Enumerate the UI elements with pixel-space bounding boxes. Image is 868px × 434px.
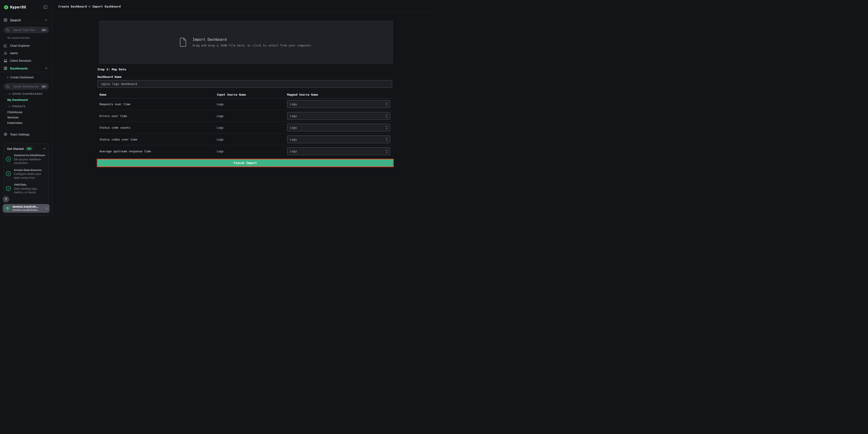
get-started-item[interactable]: Connect to ClickHouse Set up your databa… (6, 153, 48, 165)
mapped-source-select[interactable]: Logs (287, 124, 390, 131)
saved-dashboards-header: SAVED DASHBOARDS (12, 92, 42, 95)
get-started-item-desc: Set up your database connection (14, 158, 45, 165)
input-source-name: Logs (217, 114, 224, 118)
mapped-source-value: Logs (290, 137, 297, 141)
mapped-source-value: Logs (290, 102, 297, 106)
sidebar-item-alerts[interactable]: Alerts (0, 50, 53, 57)
map-data-table: Name Input Source Name Mapped Source Nam… (97, 92, 393, 157)
create-dashboard-label: Create Dashboard (10, 76, 33, 79)
mapped-source-value: Logs (290, 126, 297, 129)
get-started-item-title: Add Data (14, 183, 45, 187)
sidebar-item-dashboards[interactable]: Dashboards (0, 65, 53, 72)
no-saved-searches-note: No saved searches (7, 36, 30, 39)
input-source-name: Logs (217, 102, 224, 106)
mapped-source-select[interactable]: Logs (287, 147, 390, 155)
sidebar-item-kubernetes[interactable]: Kubernetes (7, 121, 23, 125)
table-row: Average upstream response time Logs Logs (97, 145, 393, 157)
saved-dashboards-search[interactable]: ⌘K (4, 83, 49, 90)
breadcrumb[interactable]: Create Dashboard > Import Dashboard (58, 5, 121, 8)
step-label: Step 2: Map Data (97, 68, 126, 71)
column-header-mapped-source: Mapped Source Name (287, 93, 318, 96)
user-menu[interactable]: D dominic.tran@clic... dominic.tran@clic… (3, 204, 50, 213)
table-row: Status codes over time Logs Logs (97, 134, 393, 146)
saved-dashboards-input[interactable] (13, 84, 40, 89)
get-started-item[interactable]: Add Data Start sending logs, metrics, or… (6, 183, 48, 194)
avatar-initial: D (7, 207, 9, 210)
get-started-item-title: Create Data Sources (14, 168, 45, 173)
divider (0, 24, 53, 24)
presets-header: PRESETS (12, 105, 25, 108)
sidebar-item-client-sessions[interactable]: Client Sessions (0, 57, 53, 64)
get-started-item[interactable]: Create Data Sources Configure where your… (6, 168, 48, 180)
sidebar-collapse-icon[interactable] (44, 5, 48, 9)
sidebar-item-clickhouse[interactable]: ClickHouse (7, 111, 22, 114)
check-circle-icon (6, 171, 11, 176)
mapped-source-value: Logs (290, 114, 297, 118)
user-email: dominic.tran@clickho... (12, 209, 45, 211)
help-button[interactable]: ? (3, 196, 9, 203)
sidebar-section-search[interactable]: Search (0, 16, 52, 24)
finish-import-label: Finish Import (234, 161, 257, 165)
sidebar-item-my-dashboard[interactable]: My Dashboard (7, 98, 28, 101)
sidebar: HyperDX Search (0, 0, 53, 217)
tile-name: Status code counts (99, 126, 130, 129)
sidebar-item-label: Chart Explorer (10, 44, 30, 48)
tile-name: Status codes over time (99, 137, 137, 141)
saved-searches-input[interactable] (13, 27, 40, 33)
dashboards-icon (4, 66, 7, 70)
input-source-name: Logs (217, 126, 224, 129)
dashboard-name-label: Dashboard Name (97, 75, 121, 79)
user-name: dominic.tran@clic... (12, 205, 45, 208)
select-chevrons-icon (385, 102, 388, 106)
create-dashboard-button[interactable]: + Create Dashboard (0, 74, 53, 81)
input-source-name: Logs (217, 149, 224, 153)
search-icon (6, 85, 9, 88)
laptop-icon (4, 59, 7, 62)
get-started-header[interactable]: Get Started 3/3 (7, 147, 46, 151)
mapped-source-select[interactable]: Logs (287, 135, 390, 143)
table-row: Errors over time Logs Logs (97, 110, 393, 122)
get-started-title: Get Started (7, 147, 24, 151)
select-chevrons-icon (385, 126, 388, 129)
mapped-source-select[interactable]: Logs (287, 112, 390, 120)
table-row: Requests over time Logs Logs (97, 98, 393, 110)
sidebar-item-label: Dashboards (10, 67, 28, 70)
hyperdx-logo-icon (4, 5, 8, 9)
chevron-down-icon (8, 106, 11, 107)
app-title: HyperDX (10, 5, 26, 9)
saved-searches-search[interactable]: ⌘K (4, 27, 49, 33)
get-started-progress-badge: 3/3 (26, 147, 33, 151)
saved-dashboards-tree-header[interactable]: SAVED DASHBOARDS (8, 92, 42, 95)
logo-row: HyperDX (0, 0, 52, 13)
column-header-name: Name (99, 93, 106, 96)
sidebar-item-services[interactable]: Services (7, 116, 19, 119)
finish-import-button[interactable]: Finish Import (97, 159, 394, 167)
search-section-label: Search (10, 18, 21, 22)
dashboard-name-input[interactable] (97, 80, 392, 88)
sidebar-item-label: Alerts (10, 52, 18, 55)
sidebar-item-team-settings[interactable]: Team Settings (0, 131, 53, 138)
column-header-input-source: Input Source Name (217, 93, 246, 96)
search-section-icon (4, 18, 7, 22)
mapped-source-select[interactable]: Logs (287, 100, 390, 108)
chevron-right-icon (45, 207, 48, 210)
tile-name: Requests over time (99, 102, 130, 106)
chevron-up-icon (43, 148, 46, 150)
tile-name: Errors over time (99, 114, 127, 118)
tile-name: Average upstream response time (99, 149, 151, 153)
get-started-item-desc: Configure where your data comes from (14, 172, 45, 180)
dropzone-title: Import Dashboard (193, 38, 313, 42)
import-dropzone[interactable]: Import Dashboard Drag and drop a JSON fi… (99, 21, 393, 64)
select-chevrons-icon (385, 137, 388, 141)
search-icon (6, 28, 9, 31)
sidebar-item-chart-explorer[interactable]: Chart Explorer (0, 42, 53, 49)
bell-icon (4, 51, 7, 55)
check-circle-icon (6, 186, 11, 191)
presets-tree-header[interactable]: PRESETS (8, 105, 25, 108)
chevron-up-icon (44, 19, 48, 21)
avatar: D (5, 206, 10, 211)
chart-explorer-icon (4, 44, 7, 48)
table-row: Status code counts Logs Logs (97, 122, 393, 134)
select-chevrons-icon (385, 149, 388, 153)
sidebar-item-label: Client Sessions (10, 59, 31, 62)
